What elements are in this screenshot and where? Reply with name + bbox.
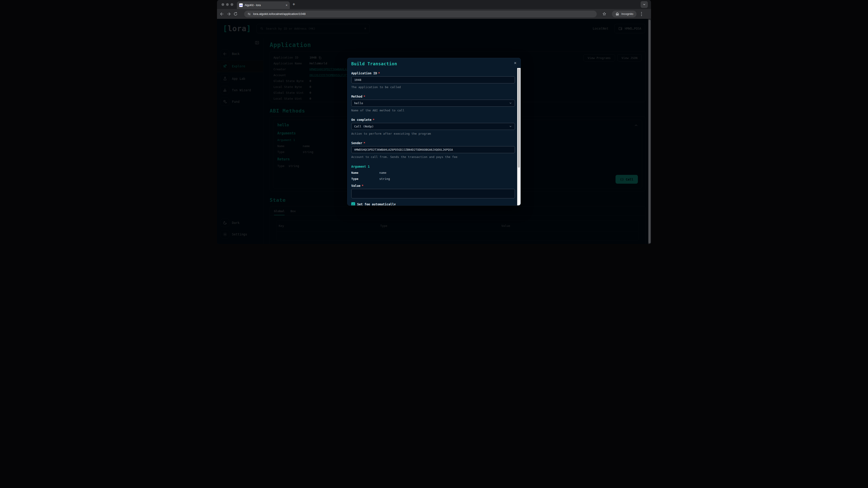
site-settings-icon[interactable] [247,12,251,16]
modal-title: Build Transaction [351,61,397,66]
tab-strip: [ak] AlgoKit - lora × + [217,0,651,9]
browser-chrome: [ak] AlgoKit - lora × + lora.algokit.io/… [217,0,651,19]
on-complete-selected-value: Call (NoOp) [354,125,374,128]
incognito-icon [615,12,620,16]
sender-helper: Account to call from. Sends the transact… [351,155,511,159]
sender-label: Sender [351,141,362,145]
value-field: Value* [351,184,511,198]
method-label: Method [351,95,362,98]
browser-window: [ak] AlgoKit - lora × + lora.algokit.io/… [217,0,651,244]
required-marker: * [373,118,374,122]
reload-icon[interactable] [233,12,238,16]
modal-arg-type-label: Type [351,177,379,181]
required-marker: * [364,95,365,98]
browser-toolbar: lora.algokit.io/localnet/application/104… [217,9,651,19]
on-complete-field: On complete* Call (NoOp) Action to perfo… [351,118,511,135]
modal-body: Application ID* The application to be ca… [347,68,517,205]
zoom-window-button[interactable] [230,3,233,6]
tab-search-button[interactable] [641,1,648,8]
modal-arg-name-value: name [379,171,511,174]
method-selected-value: hello [354,101,363,105]
application-id-label: Application ID [351,71,377,75]
application-id-helper: The application to be called [351,86,511,89]
chevron-down-icon [509,125,512,128]
application-id-input[interactable] [351,76,515,84]
close-icon[interactable]: × [514,61,517,65]
required-marker: * [364,141,365,145]
tab-close-icon[interactable]: × [286,4,287,7]
url-text[interactable]: lora.algokit.io/localnet/application/104… [253,12,306,15]
build-transaction-modal: Build Transaction × Application ID* The … [347,58,521,205]
bookmark-star-icon[interactable] [602,12,607,16]
set-fee-label: Set fee automatically [357,202,396,205]
incognito-label: Incognito [621,12,633,15]
required-marker: * [378,71,380,75]
modal-arg-name-label: Name [351,171,379,174]
forward-icon[interactable] [226,12,231,16]
modal-arg-type-value: string [379,177,511,181]
modal-scrollbar-thumb[interactable] [518,69,520,168]
page-scrollbar[interactable] [648,19,651,244]
page-scrollbar-thumb[interactable] [649,20,651,243]
incognito-badge: Incognito [612,11,637,18]
modal-arg-name-row: Namename [351,171,511,174]
value-label: Value [351,184,361,188]
chevron-down-icon [509,102,512,105]
modal-arg-type-row: Typestring [351,177,511,181]
window-controls[interactable] [221,3,233,6]
value-input[interactable] [351,189,515,198]
application-id-field: Application ID* The application to be ca… [351,71,511,89]
modal-argument-title: Argument 1 [351,165,511,168]
set-fee-checkbox-row[interactable]: ✓ Set fee automatically [351,202,511,205]
checkbox-checked-icon[interactable]: ✓ [351,202,355,205]
method-helper: Name of the ABI method to call [351,109,511,112]
method-field: Method* hello Name of the ABI method to … [351,95,511,112]
on-complete-select[interactable]: Call (NoOp) [351,123,515,130]
on-complete-label: On complete [351,118,371,122]
sender-field: Sender* Account to call from. Sends the … [351,141,511,159]
modal-scrollbar[interactable] [517,68,521,205]
tab-title: AlgoKit - lora [245,4,284,7]
minimize-window-button[interactable] [226,3,229,6]
required-marker: * [362,184,364,188]
tab-favicon-icon: [ak] [239,3,243,7]
sender-input[interactable] [351,146,515,153]
close-window-button[interactable] [221,3,224,6]
chevron-down-icon [643,3,646,6]
modal-header: Build Transaction × [347,58,521,68]
browser-tab[interactable]: [ak] AlgoKit - lora × [237,1,290,9]
new-tab-button[interactable]: + [292,2,295,7]
on-complete-helper: Action to perform after executing the pr… [351,132,511,135]
url-bar[interactable]: lora.algokit.io/localnet/application/104… [244,11,597,18]
method-select[interactable]: hello [351,100,515,107]
browser-menu-icon[interactable] [641,12,642,16]
back-icon[interactable] [220,12,224,16]
